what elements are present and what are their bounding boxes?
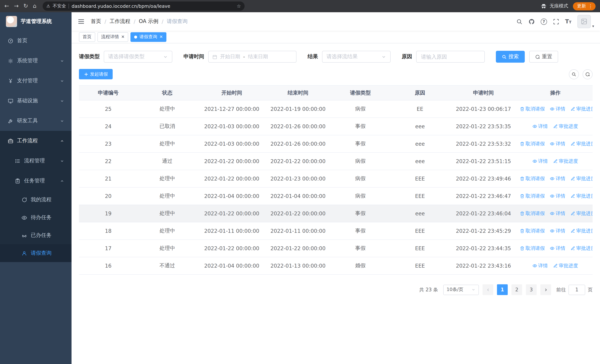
cancel-leave-link[interactable]: 取消请假 [520,106,545,112]
user-menu[interactable]: ▾ [577,15,594,28]
hamburger-icon[interactable] [77,18,85,25]
reset-button[interactable]: 重置 [529,51,558,63]
cell-leave-type: 病假 [330,187,391,205]
apply-time-range-picker[interactable]: 开始日期 - 结束日期 [208,51,297,63]
result-select[interactable]: 请选择流结果 [322,51,391,63]
search-button[interactable]: 搜索 [496,51,525,63]
approval-progress-link[interactable]: 审批进度 [571,175,593,182]
goto-page-input[interactable] [569,284,585,295]
sidebar-item-system[interactable]: 系统管理 [0,51,72,71]
start-date-placeholder: 开始日期 [220,53,240,60]
clipboard-icon [15,178,20,184]
sidebar-item-payment[interactable]: 支付管理 [0,71,72,91]
approval-progress-link[interactable]: 审批进度 [571,140,593,147]
sidebar-item-my-process[interactable]: 我的流程 [0,191,72,209]
back-icon[interactable]: ← [4,3,9,9]
url-text[interactable]: dashboard.yudao.iocoder.cn/bpm/oa/leave [72,3,234,9]
detail-link[interactable]: 详情 [550,245,565,252]
approval-progress-link[interactable]: 审批进度 [571,106,593,112]
toggle-search-button[interactable] [569,69,579,79]
address-bar[interactable]: ⚠ 不安全 dashboard.yudao.iocoder.cn/bpm/oa/… [43,1,245,11]
breadcrumb-item[interactable]: OA 示例 [139,18,159,25]
goto-suffix: 页 [588,286,593,293]
cancel-leave-link[interactable]: 取消请假 [520,228,545,234]
detail-link[interactable]: 详情 [550,228,565,234]
bookmark-star-icon[interactable]: ☆ [237,3,241,9]
detail-link[interactable]: 详情 [533,158,548,165]
cell-reason: EEE [391,170,449,187]
next-page-button[interactable] [540,284,551,295]
leave-type-select[interactable]: 请选择请假类型 [104,51,172,63]
github-icon[interactable] [528,18,535,25]
approval-progress-link[interactable]: 审批进度 [553,123,578,130]
sidebar-item-leave-query[interactable]: 请假查询 [0,244,72,262]
reason-input[interactable] [416,51,485,63]
approval-progress-link[interactable]: 审批进度 [571,228,593,234]
cell-reason: eee [391,205,449,222]
sidebar-item-task-mgmt[interactable]: 任务管理 [0,171,72,191]
search-icon[interactable] [516,18,523,25]
cancel-leave-link[interactable]: 取消请假 [520,193,545,199]
cancel-leave-link[interactable]: 取消请假 [520,245,545,252]
sidebar-item-done-tasks[interactable]: 已办任务 [0,226,72,244]
update-button[interactable]: 更新 ⋮ [573,2,596,10]
cell-id: 23 [79,135,138,152]
create-leave-button[interactable]: 发起请假 [79,69,113,79]
detail-link[interactable]: 详情 [533,123,548,130]
approval-progress-link[interactable]: 审批进度 [571,245,593,252]
detail-link[interactable]: 详情 [550,175,565,182]
detail-link[interactable]: 详情 [550,210,565,217]
incognito-label: 无痕模式 [550,3,568,9]
detail-link[interactable]: 详情 [550,140,565,147]
breadcrumb-item[interactable]: 首页 [91,18,101,25]
close-icon[interactable]: ✕ [121,35,124,39]
detail-link[interactable]: 详情 [550,193,565,199]
edit-pen-icon [571,229,575,233]
browser-menu-kebab-icon[interactable]: ⋮ [588,3,593,9]
security-label[interactable]: 不安全 [53,3,66,9]
logo[interactable]: 芋道管理系统 [0,12,72,31]
detail-link[interactable]: 详情 [533,262,548,269]
detail-link[interactable]: 详情 [550,106,565,112]
eye-icon [550,194,555,198]
page-button-3[interactable]: 3 [526,284,537,295]
font-size-icon[interactable]: TT [565,18,572,25]
page-size-select[interactable]: 10条/页 [443,284,479,295]
refresh-table-button[interactable] [582,69,593,79]
update-label: 更新 [577,3,586,9]
fullscreen-icon[interactable] [553,18,559,25]
cell-leave-type: 事假 [330,222,391,240]
cell-actions: 取消请假 详情 审批进度 [518,135,593,152]
cancel-leave-link[interactable]: 取消请假 [520,140,545,147]
sidebar-item-todo-tasks[interactable]: 待办任务 [0,209,72,226]
page-button-1[interactable]: 1 [497,284,508,295]
sidebar-item-process-mgmt[interactable]: 流程管理 [0,151,72,171]
approval-progress-link[interactable]: 审批进度 [553,158,578,165]
sidebar-item-infra[interactable]: 基础设施 [0,91,72,111]
table-header-row: 申请编号 状态 开始时间 结束时间 请假类型 原因 申请时间 操作 [79,85,593,100]
approval-progress-link[interactable]: 审批进度 [571,193,593,199]
sidebar-item-devtools[interactable]: 研发工具 [0,111,72,131]
tab-process-detail[interactable]: 流程详情 ✕ [97,32,128,42]
close-icon[interactable]: ✕ [159,35,163,39]
page-button-2[interactable]: 2 [511,284,522,295]
prev-page-button[interactable] [483,284,493,295]
help-icon[interactable]: ? [541,18,547,25]
table-row: 18 处理中 2022-01-11 00:00:00 2022-01-11 00… [79,222,593,240]
approval-progress-link[interactable]: 审批进度 [553,262,578,269]
forward-icon[interactable]: → [14,3,19,9]
home-icon[interactable]: ⌂ [33,3,36,9]
reload-icon[interactable]: ↻ [23,3,28,9]
security-warning-icon[interactable]: ⚠ [47,4,50,9]
plus-icon [84,72,89,76]
tab-home[interactable]: 首页 [79,32,95,42]
eye-icon [533,159,537,163]
sidebar-item-workflow[interactable]: 工作流程 [0,131,72,151]
cancel-leave-link[interactable]: 取消请假 [520,210,545,217]
cancel-leave-link[interactable]: 取消请假 [520,175,545,182]
breadcrumb-item[interactable]: 工作流程 [110,18,130,25]
tab-leave-query[interactable]: 请假查询 ✕ [131,32,166,42]
sidebar-item-home[interactable]: 首页 [0,31,72,51]
eye-icon [550,177,555,181]
approval-progress-link[interactable]: 审批进度 [571,210,593,217]
